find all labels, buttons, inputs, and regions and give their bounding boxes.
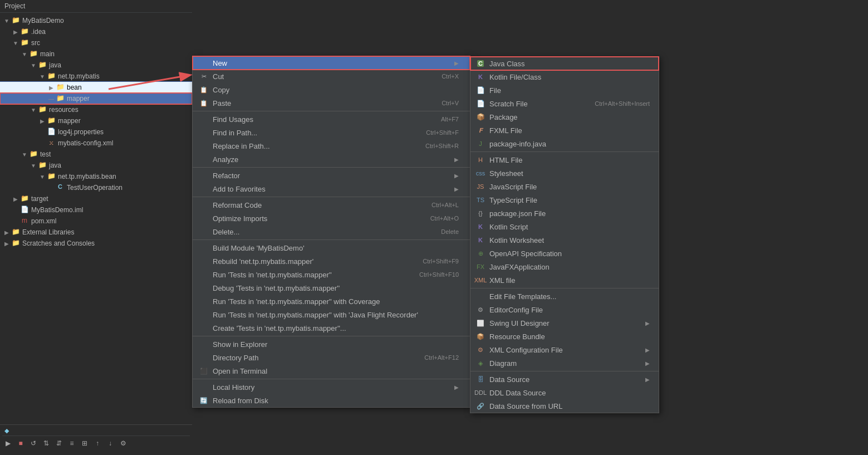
run-stop-btn[interactable]: ■ bbox=[15, 438, 26, 449]
tree-item-src[interactable]: ▼📁src bbox=[0, 37, 192, 48]
menu-item-reformat[interactable]: Reformat CodeCtrl+Alt+L bbox=[193, 198, 470, 212]
submenu-item-package[interactable]: 📦Package bbox=[470, 110, 659, 124]
submenu-item-kotlin-script[interactable]: KKotlin Script bbox=[470, 220, 659, 233]
tree-arrow-net-tp-mybatis-bean: ▼ bbox=[38, 174, 47, 180]
run-align-btn[interactable]: ≡ bbox=[66, 438, 77, 449]
menu-label-analyze: Analyze bbox=[213, 155, 450, 164]
menu-item-refactor[interactable]: Refactor▶ bbox=[193, 169, 470, 182]
menu-item-delete[interactable]: Delete...Delete bbox=[193, 225, 470, 238]
tree-item-test-user-op[interactable]: CTestUserOperation bbox=[0, 182, 192, 193]
submenu-item-html-file[interactable]: HHTML File bbox=[470, 153, 659, 167]
submenu-item-data-source[interactable]: 🗄Data Source▶ bbox=[470, 373, 659, 386]
tree-arrow-net-tp-mybatis: ▼ bbox=[38, 74, 47, 80]
submenu-item-editorconfig[interactable]: ⚙EditorConfig File bbox=[470, 303, 659, 316]
submenu-label-fxml-file: FXML File bbox=[489, 126, 650, 135]
submenu-item-swing-designer[interactable]: ⬜Swing UI Designer▶ bbox=[470, 316, 659, 330]
run-sort-btn2[interactable]: ⇵ bbox=[53, 438, 65, 449]
menu-item-run-jfr[interactable]: Run 'Tests in 'net.tp.mybatis.mapper'' w… bbox=[193, 308, 470, 321]
menu-arrow-add-fav: ▶ bbox=[454, 186, 459, 192]
tree-item-main[interactable]: ▼📁main bbox=[0, 48, 192, 60]
tree-item-ext-libs[interactable]: ▶📁External Libraries bbox=[0, 227, 192, 238]
submenu-item-file[interactable]: 📄File bbox=[470, 84, 659, 97]
menu-item-rebuild[interactable]: Rebuild 'net.tp.mybatis.mapper'Ctrl+Shif… bbox=[193, 255, 470, 268]
menu-item-local-history[interactable]: Local History▶ bbox=[193, 380, 470, 394]
submenu-item-xml-file[interactable]: XMLXML file bbox=[470, 273, 659, 287]
tree-item-bean[interactable]: ▶📁bean bbox=[0, 82, 192, 93]
menu-item-find-path[interactable]: Find in Path...Ctrl+Shift+F bbox=[193, 126, 470, 139]
menu-item-create-tests[interactable]: Create 'Tests in 'net.tp.mybatis.mapper'… bbox=[193, 321, 470, 335]
menu-item-debug-tests[interactable]: Debug 'Tests in 'net.tp.mybatis.mapper'' bbox=[193, 281, 470, 295]
submenu-item-scratch-file[interactable]: 📄Scratch FileCtrl+Alt+Shift+Insert bbox=[470, 97, 659, 110]
run-play-btn[interactable]: ▶ bbox=[2, 438, 13, 449]
tree-item-mapper-res[interactable]: ▶📁mapper bbox=[0, 115, 192, 126]
menu-item-cut[interactable]: ✂CutCtrl+X bbox=[193, 70, 470, 83]
menu-item-show-explorer[interactable]: Show in Explorer bbox=[193, 337, 470, 351]
menu-item-build-module[interactable]: Build Module 'MyBatisDemo' bbox=[193, 241, 470, 255]
menu-item-copy[interactable]: 📋Copy bbox=[193, 83, 470, 96]
tree-item-java-test[interactable]: ▼📁java bbox=[0, 160, 192, 171]
menu-item-replace-path[interactable]: Replace in Path...Ctrl+Shift+R bbox=[193, 139, 470, 153]
tree-label-target: target bbox=[31, 195, 48, 203]
menu-item-optimize[interactable]: Optimize ImportsCtrl+Alt+O bbox=[193, 212, 470, 225]
submenu-item-openapi[interactable]: ⊕OpenAPI Specification bbox=[470, 247, 659, 260]
submenu-item-kotlin-file[interactable]: KKotlin File/Class bbox=[470, 70, 659, 84]
submenu-item-edit-templates[interactable]: Edit File Templates... bbox=[470, 290, 659, 303]
tree-item-target[interactable]: ▶📁target bbox=[0, 193, 192, 204]
tree-item-mapper[interactable]: —📁mapper bbox=[0, 93, 192, 104]
submenu-item-pkg-info[interactable]: Jpackage-info.java bbox=[470, 137, 659, 150]
menu-item-dir-path[interactable]: Directory PathCtrl+Alt+F12 bbox=[193, 351, 470, 364]
menu-item-open-terminal[interactable]: ⬛Open in Terminal bbox=[193, 364, 470, 378]
menu-item-find-usages[interactable]: Find UsagesAlt+F7 bbox=[193, 112, 470, 126]
menu-item-add-fav[interactable]: Add to Favorites▶ bbox=[193, 182, 470, 195]
submenu-item-fxml-file[interactable]: 𝙁FXML File bbox=[470, 124, 659, 137]
tree-item-net-tp-mybatis-bean[interactable]: ▼📁net.tp.mybatis.bean bbox=[0, 171, 192, 182]
menu-shortcut-cut: Ctrl+X bbox=[442, 73, 459, 80]
menu-item-analyze[interactable]: Analyze▶ bbox=[193, 153, 470, 166]
tree-label-test-user-op: TestUserOperation bbox=[67, 184, 122, 192]
submenu-item-data-source-url[interactable]: 🔗Data Source from URL bbox=[470, 399, 659, 413]
submenu-item-js-file[interactable]: JSJavaScript File bbox=[470, 180, 659, 193]
submenu-item-stylesheet[interactable]: cssStylesheet bbox=[470, 167, 659, 180]
tree-item-resources[interactable]: ▼📁resources bbox=[0, 104, 192, 115]
menu-item-reload[interactable]: 🔄Reload from Disk bbox=[193, 394, 470, 407]
submenu-item-ts-file[interactable]: TSTypeScript File bbox=[470, 193, 659, 207]
run-sort-btn1[interactable]: ⇅ bbox=[41, 438, 52, 449]
tree-item-net-tp-mybatis[interactable]: ▼📁net.tp.mybatis bbox=[0, 71, 192, 82]
submenu-item-ddl-source[interactable]: DDLDDL Data Source bbox=[470, 386, 659, 399]
tree-item-mybatis-demo[interactable]: ▼📁MyBatisDemo bbox=[0, 15, 192, 26]
submenu-item-resource-bundle[interactable]: 📦Resource Bundle bbox=[470, 330, 659, 343]
menu-item-run-coverage[interactable]: Run 'Tests in 'net.tp.mybatis.mapper'' w… bbox=[193, 295, 470, 308]
tree-item-test[interactable]: ▼📁test bbox=[0, 149, 192, 160]
menu-item-run-tests[interactable]: Run 'Tests in 'net.tp.mybatis.mapper''Ct… bbox=[193, 268, 470, 281]
run-up-btn[interactable]: ↑ bbox=[92, 438, 103, 449]
tree-item-java-main[interactable]: ▼📁java bbox=[0, 60, 192, 71]
tree-item-log4j[interactable]: 📄log4j.properties bbox=[0, 126, 192, 138]
submenu-item-diagram[interactable]: ◈Diagram▶ bbox=[470, 356, 659, 370]
submenu-icon-ts-file: TS bbox=[475, 195, 486, 204]
menu-item-new[interactable]: New▶CJava ClassKKotlin File/Class📄File📄S… bbox=[193, 56, 470, 70]
submenu-item-java-class[interactable]: CJava Class bbox=[470, 57, 659, 70]
run-settings-btn[interactable]: ⚙ bbox=[117, 438, 129, 449]
menu-label-new: New bbox=[213, 59, 450, 67]
tree-item-scratches[interactable]: ▶📁Scratches and Consoles bbox=[0, 238, 192, 249]
tree-item-pom[interactable]: mpom.xml bbox=[0, 216, 192, 227]
submenu-item-xml-config[interactable]: ⚙XML Configuration File▶ bbox=[470, 343, 659, 356]
menu-icon-paste: 📋 bbox=[198, 99, 209, 107]
tree-item-mybatis-config[interactable]: 𝚡mybatis-config.xml bbox=[0, 138, 192, 149]
tree-item-idea[interactable]: ▶📁.idea bbox=[0, 26, 192, 37]
tree-label-mybatis-demo: MyBatisDemo bbox=[22, 17, 64, 25]
submenu-item-javafx-app[interactable]: FXJavaFXApplication bbox=[470, 260, 659, 273]
run-down-btn[interactable]: ↓ bbox=[105, 438, 116, 449]
submenu-item-json-file[interactable]: {}package.json File bbox=[470, 207, 659, 220]
run-rerun-btn[interactable]: ↺ bbox=[28, 438, 39, 449]
menu-label-dir-path: Directory Path bbox=[213, 354, 408, 362]
tree-label-java-main: java bbox=[49, 61, 61, 69]
submenu-item-kotlin-worksheet[interactable]: KKotlin Worksheet bbox=[470, 233, 659, 247]
tree-arrow-mapper-res: ▶ bbox=[38, 118, 47, 124]
tree-label-scratches: Scratches and Consoles bbox=[22, 239, 95, 247]
run-filter-btn[interactable]: ⊞ bbox=[79, 438, 90, 449]
submenu-icon-java-class: C bbox=[475, 59, 486, 68]
menu-item-paste[interactable]: 📋PasteCtrl+V bbox=[193, 96, 470, 110]
menu-icon-empty-new bbox=[198, 58, 209, 67]
tree-item-mybatis-iml[interactable]: 📄MyBatisDemo.iml bbox=[0, 204, 192, 216]
